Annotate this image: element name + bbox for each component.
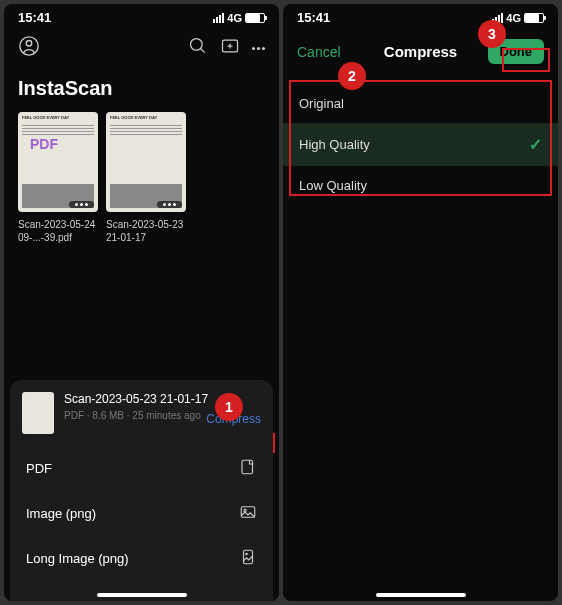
add-folder-icon[interactable] [220,36,240,60]
battery-icon [524,13,544,23]
document-item[interactable]: FEEL GOOD EVERY DAY Scan-2023-05-23 21-0… [106,112,186,244]
battery-icon [245,13,265,23]
svg-point-11 [246,553,248,555]
annotation-box-2 [289,80,552,196]
modal-title: Compress [384,43,457,60]
status-time: 15:41 [297,10,330,25]
status-bar: 15:41 4G [283,4,558,27]
annotation-badge-1: 1 [215,393,243,421]
app-title: InstaScan [4,69,279,112]
app-header [4,27,279,69]
long-image-icon [239,548,257,569]
phone-left: 15:41 4G InstaScan FEEL GOOD EVERY DAY P… [4,4,279,601]
status-bar: 15:41 4G [4,4,279,27]
home-indicator[interactable] [97,593,187,597]
document-name: Scan-2023-05-24 09-...-39.pdf [18,218,98,244]
pdf-badge: PDF [30,136,58,152]
home-indicator[interactable] [376,593,466,597]
document-grid: FEEL GOOD EVERY DAY PDF Scan-2023-05-24 … [4,112,279,244]
document-name: Scan-2023-05-23 21-01-17 [106,218,186,244]
profile-button[interactable] [18,35,40,61]
document-item[interactable]: FEEL GOOD EVERY DAY PDF Scan-2023-05-24 … [18,112,98,244]
svg-point-2 [191,39,203,51]
phone-right: 15:41 4G Cancel Compress Done 3 2 Origin… [283,4,558,601]
annotation-badge-2: 2 [338,62,366,90]
sheet-thumbnail [22,392,54,434]
network-label: 4G [227,12,242,24]
document-thumbnail[interactable]: FEEL GOOD EVERY DAY PDF [18,112,98,212]
network-label: 4G [506,12,521,24]
document-more-icon[interactable] [157,201,182,208]
svg-line-3 [201,49,205,53]
export-option-pdf[interactable]: PDF [10,446,273,491]
export-option-image[interactable]: Image (png) [10,491,273,536]
more-icon[interactable] [252,47,265,50]
signal-icon [213,13,224,23]
status-indicators: 4G [213,12,265,24]
document-more-icon[interactable] [69,201,94,208]
search-icon[interactable] [188,36,208,60]
svg-point-1 [26,41,32,47]
pdf-icon [239,458,257,479]
image-icon [239,503,257,524]
cancel-button[interactable]: Cancel [297,44,341,60]
export-option-long-image[interactable]: Long Image (png) [10,536,273,581]
status-time: 15:41 [18,10,51,25]
annotation-box-3 [502,48,550,72]
svg-rect-7 [242,460,253,474]
annotation-badge-3: 3 [478,20,506,48]
document-thumbnail[interactable]: FEEL GOOD EVERY DAY [106,112,186,212]
